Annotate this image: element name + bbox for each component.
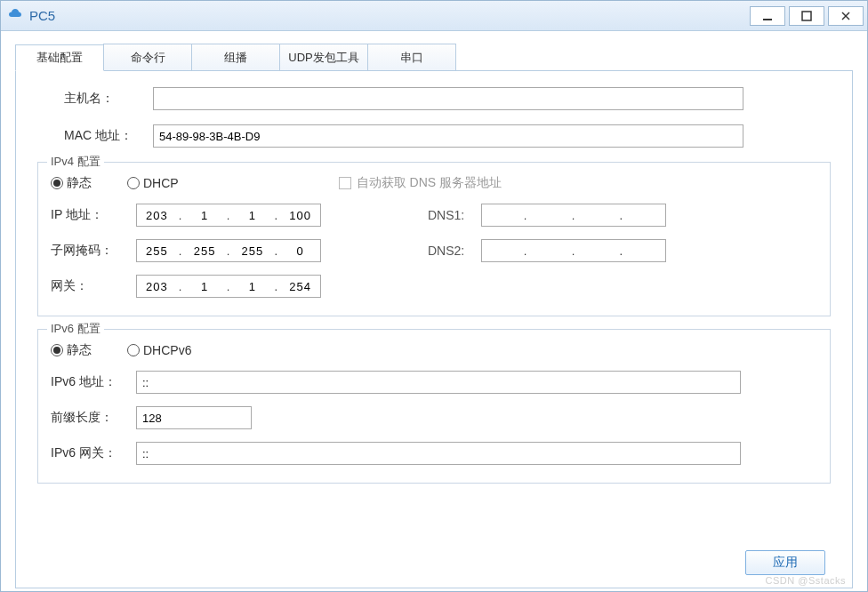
ipv6-addr-input[interactable] bbox=[136, 371, 741, 394]
hostname-label: 主机名： bbox=[64, 91, 153, 107]
ipv6-radio-static[interactable]: 静态 bbox=[51, 342, 92, 358]
content-area: 基础配置 命令行 组播 UDP发包工具 串口 主机名： MAC 地址： IPv4… bbox=[1, 31, 867, 592]
ipv6-radio-dhcpv6[interactable]: DHCPv6 bbox=[127, 343, 191, 357]
dns1-label: DNS1: bbox=[428, 208, 481, 222]
tabbar: 基础配置 命令行 组播 UDP发包工具 串口 bbox=[15, 44, 853, 71]
dns2-input[interactable]: . . . bbox=[481, 239, 666, 262]
ip-input[interactable]: 203. 1. 1. 100 bbox=[136, 204, 321, 227]
dns1-input[interactable]: . . . bbox=[481, 204, 666, 227]
window-title: PC5 bbox=[29, 8, 750, 23]
ipv6-prefix-input[interactable] bbox=[136, 406, 252, 429]
mac-input[interactable] bbox=[153, 124, 743, 148]
tab-serial[interactable]: 串口 bbox=[367, 44, 456, 70]
tab-multicast[interactable]: 组播 bbox=[191, 44, 280, 70]
app-logo-icon bbox=[8, 8, 24, 24]
radio-unchecked-icon bbox=[127, 344, 140, 356]
app-window: PC5 基础配置 命令行 组播 UDP发包工具 串口 主机名： MAC 地址： bbox=[0, 0, 868, 592]
mask-input[interactable]: 255. 255. 255. 0 bbox=[136, 239, 321, 262]
ipv6-gw-input[interactable] bbox=[136, 442, 741, 465]
window-controls bbox=[750, 6, 864, 26]
gateway-input[interactable]: 203. 1. 1. 254 bbox=[136, 275, 321, 298]
auto-dns-checkbox[interactable]: 自动获取 DNS 服务器地址 bbox=[339, 175, 502, 191]
ipv4-radio-static[interactable]: 静态 bbox=[51, 175, 92, 191]
radio-checked-icon bbox=[51, 177, 63, 189]
minimize-button[interactable] bbox=[750, 6, 785, 26]
titlebar: PC5 bbox=[1, 1, 867, 31]
mac-label: MAC 地址： bbox=[64, 128, 153, 144]
checkbox-icon bbox=[339, 177, 351, 189]
watermark-text: CSDN @Sstacks bbox=[766, 575, 846, 586]
svg-rect-1 bbox=[802, 12, 811, 20]
gateway-label: 网关： bbox=[51, 278, 136, 294]
close-button[interactable] bbox=[828, 6, 864, 26]
radio-checked-icon bbox=[51, 344, 63, 356]
tab-cli[interactable]: 命令行 bbox=[103, 44, 192, 70]
tab-basic-config[interactable]: 基础配置 bbox=[15, 44, 104, 71]
radio-unchecked-icon bbox=[127, 177, 140, 189]
ipv6-addr-label: IPv6 地址： bbox=[51, 374, 136, 390]
mask-label: 子网掩码： bbox=[51, 243, 136, 259]
hostname-input[interactable] bbox=[153, 87, 743, 110]
maximize-button[interactable] bbox=[789, 6, 824, 26]
ipv6-legend: IPv6 配置 bbox=[47, 321, 104, 337]
ipv6-gw-label: IPv6 网关： bbox=[51, 445, 136, 461]
dns2-label: DNS2: bbox=[428, 244, 481, 258]
tab-udp-tool[interactable]: UDP发包工具 bbox=[279, 44, 368, 70]
ipv4-radio-dhcp[interactable]: DHCP bbox=[127, 176, 179, 190]
panel-basic-config: 主机名： MAC 地址： IPv4 配置 静态 DHCP 自动获取 DNS 服务… bbox=[15, 71, 853, 588]
ip-label: IP 地址： bbox=[51, 207, 136, 223]
ipv6-fieldset: IPv6 配置 静态 DHCPv6 IPv6 地址： 前缀长度： IPv6 网关… bbox=[37, 329, 831, 484]
ipv6-prefix-label: 前缀长度： bbox=[51, 410, 136, 426]
ipv4-legend: IPv4 配置 bbox=[47, 154, 104, 170]
apply-button[interactable]: 应用 bbox=[745, 550, 825, 575]
ipv4-fieldset: IPv4 配置 静态 DHCP 自动获取 DNS 服务器地址 IP 地址： 20… bbox=[37, 162, 831, 316]
